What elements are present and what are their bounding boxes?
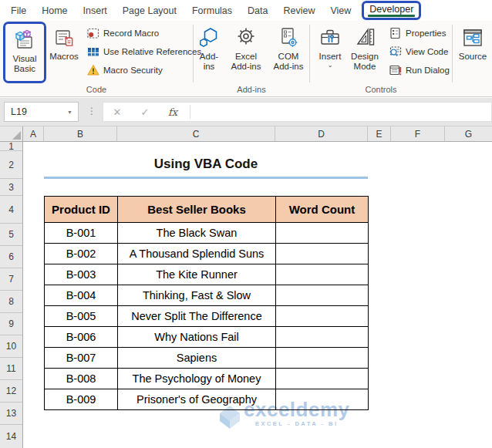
macro-security-button[interactable]: Macro Security — [85, 61, 201, 79]
column-header-b[interactable]: B — [44, 126, 117, 141]
cell-book-title[interactable]: The Black Swan — [118, 223, 276, 244]
row-header-14[interactable]: 14 — [0, 425, 22, 448]
row-header-7[interactable]: 7 — [0, 268, 22, 291]
column-header-g[interactable]: G — [445, 126, 492, 141]
macros-label: Macros — [49, 52, 79, 62]
cell-word-count[interactable] — [276, 369, 369, 389]
cell-word-count[interactable] — [276, 264, 369, 285]
table-row: B-006 Why Nations Fail — [45, 327, 369, 348]
cancel-formula-icon[interactable]: ✕ — [103, 106, 131, 118]
row-header-5[interactable]: 5 — [0, 224, 22, 246]
tab-insert[interactable]: Insert — [76, 2, 115, 19]
worksheet-canvas[interactable]: Using VBA Code exceldemy EXCEL - DATA - … — [23, 142, 492, 448]
header-product-id[interactable]: Product ID — [45, 197, 118, 223]
tab-home[interactable]: Home — [34, 2, 75, 19]
insert-function-icon[interactable]: fx — [159, 106, 187, 118]
tab-review[interactable]: Review — [275, 2, 322, 19]
visual-basic-button[interactable]: Visual Basic — [7, 24, 42, 79]
addins-button[interactable]: Add-ins — [195, 21, 223, 72]
column-header-c[interactable]: C — [117, 126, 275, 141]
cell-book-title[interactable]: The Kite Runner — [118, 264, 276, 285]
formula-input[interactable] — [194, 103, 491, 121]
name-box[interactable]: L19 ▼ — [4, 102, 79, 122]
row-header-6[interactable]: 6 — [0, 246, 22, 268]
controls-group-label: Controls — [310, 85, 452, 94]
books-table: Product ID Best Seller Books Word Count … — [44, 196, 369, 410]
select-all-corner[interactable] — [0, 126, 23, 141]
tab-file[interactable]: File — [3, 2, 34, 19]
row-header-2[interactable]: 2 — [0, 151, 22, 179]
cell-book-title[interactable]: Thinking, Fast & Slow — [118, 285, 276, 306]
insert-control-button[interactable]: Insert ⌄ — [313, 21, 347, 69]
name-box-dropdown-icon[interactable]: ▼ — [67, 109, 72, 115]
column-header-a[interactable]: A — [23, 126, 44, 141]
column-header-d[interactable]: D — [275, 126, 368, 141]
row-header-4[interactable]: 4 — [0, 196, 22, 224]
cell-book-title[interactable]: Why Nations Fail — [118, 327, 276, 348]
insert-control-label: Insert — [319, 52, 342, 62]
row-header-12[interactable]: 12 — [0, 380, 22, 403]
tab-view[interactable]: View — [322, 2, 359, 19]
record-macro-button[interactable]: Record Macro — [85, 24, 201, 42]
cell-product-id[interactable]: B-005 — [45, 306, 118, 327]
com-addins-button[interactable]: COM Add-ins — [269, 21, 308, 72]
design-mode-button[interactable]: Design Mode — [347, 21, 382, 72]
cell-word-count[interactable] — [276, 348, 369, 369]
cell-product-id[interactable]: B-002 — [45, 244, 118, 264]
row-header-9[interactable]: 9 — [0, 313, 22, 335]
addins-group-label: Add-ins — [194, 85, 309, 94]
cell-word-count[interactable] — [276, 389, 369, 410]
insert-toolbox-icon — [318, 25, 342, 50]
cell-product-id[interactable]: B-008 — [45, 369, 118, 389]
cell-product-id[interactable]: B-009 — [45, 389, 118, 410]
cell-product-id[interactable]: B-001 — [45, 223, 118, 244]
sheet-title-cell[interactable]: Using VBA Code — [44, 151, 368, 179]
row-header-8[interactable]: 8 — [0, 291, 22, 313]
record-macro-icon — [86, 27, 99, 40]
row-header-13[interactable]: 13 — [0, 403, 22, 425]
enter-formula-icon[interactable]: ✓ — [131, 106, 159, 118]
cell-product-id[interactable]: B-007 — [45, 348, 118, 369]
excel-window: File Home Insert Page Layout Formulas Da… — [0, 0, 492, 448]
tab-data[interactable]: Data — [240, 2, 275, 19]
cell-book-title[interactable]: The Psychology of Money — [118, 369, 276, 389]
cell-product-id[interactable]: B-006 — [45, 327, 118, 348]
table-header-row: Product ID Best Seller Books Word Count — [45, 197, 369, 223]
addins-hexagon-icon — [197, 25, 221, 50]
cell-product-id[interactable]: B-004 — [45, 285, 118, 306]
com-addins-icon — [276, 25, 301, 50]
tab-developer[interactable]: Developer — [362, 1, 421, 20]
view-code-button[interactable]: View Code — [387, 42, 450, 61]
column-header-f[interactable]: F — [391, 126, 445, 141]
tab-page-layout[interactable]: Page Layout — [115, 2, 184, 19]
cell-word-count[interactable] — [276, 285, 369, 306]
properties-button[interactable]: Properties — [387, 24, 450, 42]
chevron-down-icon: ⌄ — [328, 62, 333, 69]
cell-book-title[interactable]: Never Split The Difference — [118, 306, 276, 327]
row-header-11[interactable]: 11 — [0, 358, 22, 380]
cell-book-title[interactable]: A Thousand Splendid Suns — [118, 244, 276, 264]
excel-addins-button[interactable]: Excel Add-ins — [227, 21, 265, 72]
row-header-10[interactable]: 10 — [0, 335, 22, 358]
cell-book-title[interactable]: Sapiens — [118, 348, 276, 369]
row-header-3[interactable]: 3 — [0, 179, 22, 196]
run-dialog-button[interactable]: Run Dialog — [387, 61, 450, 79]
header-best-seller-books[interactable]: Best Seller Books — [118, 197, 276, 223]
row-header-1[interactable]: 1 — [0, 142, 22, 151]
ribbon-group-addins: Add-ins — [194, 21, 309, 96]
column-header-e[interactable]: E — [368, 126, 391, 141]
source-button[interactable]: Source — [453, 21, 492, 62]
macros-button[interactable]: Macros — [47, 21, 81, 62]
record-macro-label: Record Macro — [103, 29, 159, 38]
excel-addins-gear-icon — [234, 25, 258, 50]
header-word-count[interactable]: Word Count — [276, 197, 369, 223]
cell-word-count[interactable] — [276, 306, 369, 327]
tab-formulas[interactable]: Formulas — [184, 2, 240, 19]
cell-product-id[interactable]: B-003 — [45, 264, 118, 285]
cell-word-count[interactable] — [276, 223, 369, 244]
cell-word-count[interactable] — [276, 327, 369, 348]
use-relative-references-button[interactable]: Use Relative References — [85, 42, 201, 61]
cell-word-count[interactable] — [276, 244, 369, 264]
cell-book-title[interactable]: Prisoner's of Geography — [118, 389, 276, 410]
code-group-label: Code — [0, 85, 193, 94]
